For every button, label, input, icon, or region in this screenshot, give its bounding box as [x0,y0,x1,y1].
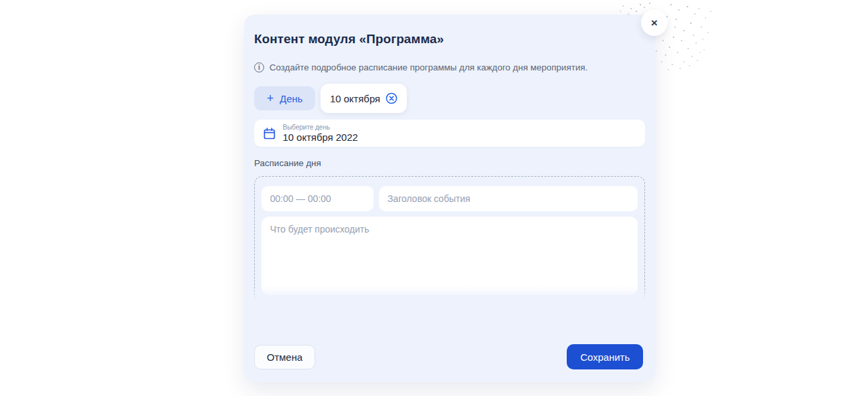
cancel-button[interactable]: Отмена [254,345,315,369]
date-field-texts: Выберите день 10 октября 2022 [283,124,358,143]
event-title-input[interactable] [379,186,638,211]
add-day-label: День [280,93,303,104]
event-time-input[interactable] [261,186,374,211]
save-button[interactable]: Сохранить [567,344,643,369]
date-picker-field[interactable]: Выберите день 10 октября 2022 [254,120,645,147]
close-dialog-button[interactable]: × [641,9,668,36]
info-hint: i Создайте подробное расписание программ… [254,62,645,72]
date-field-label: Выберите день [283,124,358,132]
info-icon: i [254,62,264,72]
page: Контент модуля «Программа» i Создайте по… [0,0,868,396]
plus-icon: + [267,92,274,104]
add-day-button[interactable]: + День [254,86,315,110]
day-tabs-row: + День 10 октября [254,84,645,113]
remove-day-icon[interactable] [386,92,398,104]
schedule-section-label: Расписание дня [254,158,645,168]
event-description-textarea[interactable] [261,217,638,295]
info-hint-text: Создайте подробное расписание программы … [269,62,587,72]
dialog-footer: Отмена Сохранить [254,344,643,369]
close-icon: × [651,17,658,29]
day-tab-10-october[interactable]: 10 октября [321,84,407,113]
event-inputs-row [261,186,638,211]
dialog-title: Контент модуля «Программа» [254,32,645,47]
event-dropzone [254,176,645,302]
date-field-value: 10 октября 2022 [283,132,358,143]
calendar-icon [263,127,276,140]
noise-texture [0,0,1,1]
program-module-dialog: Контент модуля «Программа» i Создайте по… [244,15,656,382]
day-tab-label: 10 октября [330,93,380,104]
